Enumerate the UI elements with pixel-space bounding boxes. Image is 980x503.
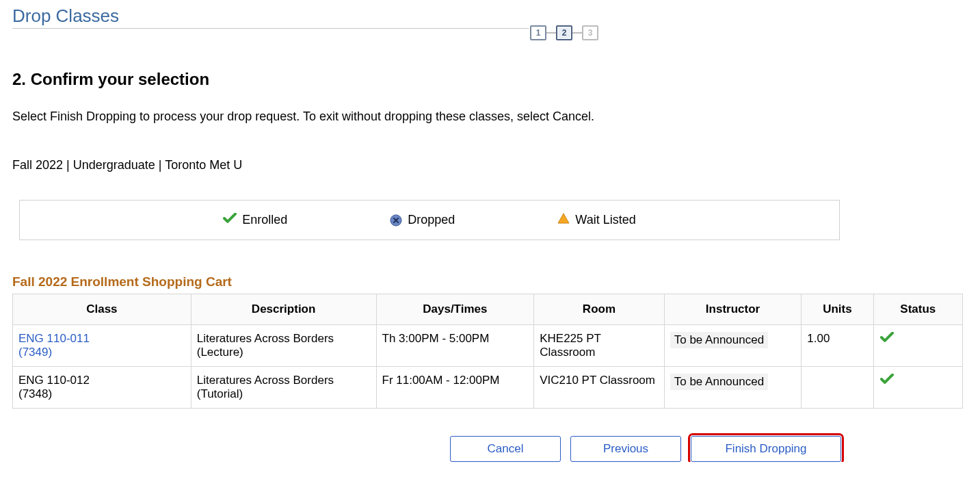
legend-dropped-label: Dropped	[408, 213, 455, 227]
warning-icon	[557, 213, 570, 227]
term-info: Fall 2022 | Undergraduate | Toronto Met …	[12, 158, 968, 172]
progress-stepper: 1 2 3	[530, 25, 598, 40]
col-days: Days/Times	[376, 294, 534, 325]
status-cell	[873, 367, 962, 409]
enrollment-cart-table: Class Description Days/Times Room Instru…	[12, 294, 963, 409]
legend-dropped: Dropped	[390, 213, 455, 227]
legend-enrolled: Enrolled	[223, 213, 287, 227]
check-icon	[879, 333, 895, 346]
col-room: Room	[534, 294, 665, 325]
page-title: Drop Classes	[12, 5, 119, 27]
step-1: 1	[530, 25, 546, 40]
col-description: Description	[191, 294, 376, 325]
table-row: ENG 110-012(7348)Literatures Across Bord…	[13, 367, 963, 409]
legend-waitlisted-label: Wait Listed	[575, 213, 635, 227]
action-button-row: Cancel Previous Finish Dropping	[450, 436, 968, 462]
status-legend: Enrolled Dropped Wait Listed	[19, 200, 840, 240]
col-status: Status	[873, 294, 962, 325]
description-cell: Literatures Across Borders (Tutorial)	[191, 367, 376, 409]
description-cell: Literatures Across Borders (Lecture)	[191, 325, 376, 367]
title-divider	[12, 28, 529, 29]
legend-waitlisted: Wait Listed	[557, 213, 635, 227]
days-cell: Th 3:00PM - 5:00PM	[376, 325, 534, 367]
section-heading: 2. Confirm your selection	[12, 70, 968, 89]
class-cell: ENG 110-012(7348)	[13, 367, 191, 409]
finish-dropping-button[interactable]: Finish Dropping	[691, 436, 841, 462]
instructor-cell: To be Announced	[664, 325, 802, 367]
room-cell: KHE225 PT Classroom	[534, 325, 665, 367]
col-units: Units	[802, 294, 873, 325]
class-link[interactable]: ENG 110-011(7349)	[18, 332, 90, 359]
units-cell: 1.00	[802, 325, 873, 367]
legend-enrolled-label: Enrolled	[242, 213, 287, 227]
dropped-icon	[390, 214, 402, 227]
step-2-active: 2	[556, 25, 572, 40]
previous-button[interactable]: Previous	[570, 436, 681, 462]
step-connector	[546, 32, 556, 34]
units-cell	[802, 367, 873, 409]
cancel-button[interactable]: Cancel	[450, 436, 561, 462]
instructions-text: Select Finish Dropping to process your d…	[12, 109, 968, 124]
col-instructor: Instructor	[664, 294, 802, 325]
instructor-cell: To be Announced	[664, 367, 802, 409]
table-row: ENG 110-011(7349)Literatures Across Bord…	[13, 325, 963, 367]
status-cell	[873, 325, 962, 367]
days-cell: Fr 11:00AM - 12:00PM	[376, 367, 534, 409]
room-cell: VIC210 PT Classroom	[534, 367, 665, 409]
step-3: 3	[582, 25, 598, 40]
cart-title: Fall 2022 Enrollment Shopping Cart	[12, 274, 968, 289]
col-class: Class	[13, 294, 191, 325]
check-icon	[223, 213, 237, 227]
step-connector	[572, 32, 582, 34]
check-icon	[879, 374, 895, 387]
